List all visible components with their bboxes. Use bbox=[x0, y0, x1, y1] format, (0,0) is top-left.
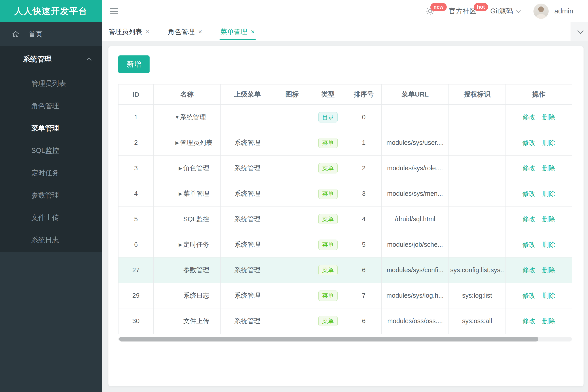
tab-角色管理[interactable]: 角色管理× bbox=[168, 22, 202, 41]
cell-id: 4 bbox=[119, 181, 154, 206]
column-header-8: 授权标识 bbox=[449, 84, 506, 104]
sidebar-item-角色管理[interactable]: 角色管理 bbox=[0, 95, 102, 117]
delete-link[interactable]: 删除 bbox=[542, 190, 555, 197]
cell-name: 参数管理 bbox=[154, 258, 221, 283]
horizontal-scrollbar-thumb[interactable] bbox=[119, 337, 538, 342]
cell-parent-menu: 系统管理 bbox=[221, 156, 274, 181]
delete-link[interactable]: 删除 bbox=[542, 241, 555, 248]
sidebar-item-管理员列表[interactable]: 管理员列表 bbox=[0, 72, 102, 95]
cell-order: 5 bbox=[346, 232, 382, 258]
type-badge: 目录 bbox=[318, 112, 338, 122]
cell-type: 菜单 bbox=[310, 130, 346, 156]
tab-菜单管理[interactable]: 菜单管理× bbox=[220, 22, 255, 41]
sidebar-group-header[interactable]: 系统管理 bbox=[0, 46, 102, 72]
collapse-icon[interactable]: ▼ bbox=[174, 115, 180, 120]
sidebar-item-定时任务[interactable]: 定时任务 bbox=[0, 162, 102, 184]
cell-icon bbox=[274, 258, 310, 283]
cell-parent-menu: 系统管理 bbox=[221, 308, 274, 334]
cell-name: ▶管理员列表 bbox=[154, 130, 221, 156]
cell-order: 0 bbox=[346, 104, 382, 130]
cell-auth bbox=[449, 206, 506, 232]
page: { "colors": { "accent": "#1ab49c", "red"… bbox=[0, 0, 588, 392]
tab-close-icon[interactable]: × bbox=[146, 28, 150, 36]
cell-type: 菜单 bbox=[310, 181, 346, 206]
tab-close-icon[interactable]: × bbox=[251, 28, 255, 36]
cell-actions: 修改删除 bbox=[506, 156, 572, 181]
delete-link[interactable]: 删除 bbox=[542, 292, 555, 299]
community-link[interactable]: 官方社区 hot bbox=[449, 6, 476, 16]
expand-icon[interactable]: ▶ bbox=[174, 140, 180, 146]
edit-link[interactable]: 修改 bbox=[522, 317, 535, 324]
cell-parent-menu: 系统管理 bbox=[221, 206, 274, 232]
tab-管理员列表[interactable]: 管理员列表× bbox=[109, 22, 150, 41]
sidebar-item-系统日志[interactable]: 系统日志 bbox=[0, 229, 102, 251]
brand-logo: 人人快速开发平台 bbox=[0, 0, 102, 22]
sidebar-item-home[interactable]: 首页 bbox=[0, 22, 102, 46]
edit-link[interactable]: 修改 bbox=[522, 164, 535, 172]
hot-badge: hot bbox=[474, 3, 488, 11]
cell-icon bbox=[274, 181, 310, 206]
cell-order: 4 bbox=[346, 206, 382, 232]
git-source-dropdown[interactable]: Git源码 bbox=[490, 6, 519, 16]
table-row: 27参数管理系统管理菜单6modules/sys/confi...sys:con… bbox=[119, 258, 572, 283]
cell-icon bbox=[274, 156, 310, 181]
git-source-label: Git源码 bbox=[490, 6, 513, 16]
expand-icon[interactable]: ▶ bbox=[178, 191, 183, 196]
expand-icon[interactable]: ▶ bbox=[178, 242, 183, 248]
cell-parent-menu: 系统管理 bbox=[221, 130, 274, 156]
tab-close-icon[interactable]: × bbox=[198, 28, 202, 36]
delete-link[interactable]: 删除 bbox=[542, 164, 555, 172]
horizontal-scrollbar-track[interactable] bbox=[118, 337, 572, 342]
menu-table: ID名称上级菜单图标类型排序号菜单URL授权标识操作 1▼系统管理目录0修改删除… bbox=[118, 84, 572, 334]
column-header-7: 菜单URL bbox=[382, 84, 449, 104]
sidebar-item-SQL监控[interactable]: SQL监控 bbox=[0, 140, 102, 162]
cell-auth bbox=[449, 232, 506, 258]
brand-title: 人人快速开发平台 bbox=[14, 5, 88, 17]
user-menu[interactable]: admin bbox=[533, 4, 573, 19]
cell-icon bbox=[274, 130, 310, 156]
sidebar-submenu: 管理员列表角色管理菜单管理SQL监控定时任务参数管理文件上传系统日志 bbox=[0, 72, 102, 251]
expand-icon[interactable]: ▶ bbox=[178, 166, 183, 171]
sidebar-item-文件上传[interactable]: 文件上传 bbox=[0, 206, 102, 229]
table-header-row: ID名称上级菜单图标类型排序号菜单URL授权标识操作 bbox=[119, 84, 572, 104]
username: admin bbox=[554, 7, 573, 15]
cell-actions: 修改删除 bbox=[506, 206, 572, 232]
table-row: 6▶定时任务系统管理菜单5modules/job/sche...修改删除 bbox=[119, 232, 572, 258]
settings-button[interactable]: new bbox=[425, 6, 435, 16]
cell-parent-menu: 系统管理 bbox=[221, 181, 274, 206]
edit-link[interactable]: 修改 bbox=[522, 139, 535, 146]
sidebar-home-label: 首页 bbox=[29, 30, 43, 39]
delete-link[interactable]: 删除 bbox=[542, 139, 555, 146]
chevron-down-icon bbox=[516, 8, 521, 13]
edit-link[interactable]: 修改 bbox=[522, 292, 535, 299]
type-badge: 菜单 bbox=[318, 163, 338, 174]
tab-bar: 管理员列表×角色管理×菜单管理× bbox=[102, 22, 588, 41]
sidebar-toggle-button[interactable] bbox=[110, 7, 119, 16]
edit-link[interactable]: 修改 bbox=[522, 266, 535, 274]
delete-link[interactable]: 删除 bbox=[542, 114, 555, 121]
content-card: 新增 ID名称上级菜单图标类型排序号菜单URL授权标识操作 1▼系统管理目录0修… bbox=[109, 46, 583, 386]
delete-link[interactable]: 删除 bbox=[542, 266, 555, 274]
cell-id: 30 bbox=[119, 308, 154, 334]
delete-link[interactable]: 删除 bbox=[542, 216, 555, 222]
edit-link[interactable]: 修改 bbox=[522, 190, 535, 197]
avatar-person-icon bbox=[533, 4, 549, 19]
cell-name: 文件上传 bbox=[154, 308, 221, 334]
menu-name-text: 菜单管理 bbox=[183, 190, 209, 197]
cell-name: 系统日志 bbox=[154, 283, 221, 308]
edit-link[interactable]: 修改 bbox=[522, 114, 535, 121]
edit-link[interactable]: 修改 bbox=[522, 241, 535, 248]
edit-link[interactable]: 修改 bbox=[522, 216, 535, 222]
tab-overflow-button[interactable] bbox=[570, 22, 588, 41]
sidebar-item-菜单管理[interactable]: 菜单管理 bbox=[0, 117, 102, 140]
type-badge: 菜单 bbox=[318, 290, 338, 301]
delete-link[interactable]: 删除 bbox=[542, 317, 555, 324]
main-content: 新增 ID名称上级菜单图标类型排序号菜单URL授权标识操作 1▼系统管理目录0修… bbox=[102, 41, 588, 392]
cell-id: 29 bbox=[119, 283, 154, 308]
type-badge: 菜单 bbox=[318, 240, 338, 250]
cell-menu-url: /druid/sql.html bbox=[382, 206, 449, 232]
sidebar-item-参数管理[interactable]: 参数管理 bbox=[0, 184, 102, 206]
cell-icon bbox=[274, 283, 310, 308]
add-button[interactable]: 新增 bbox=[118, 56, 150, 73]
cell-order: 6 bbox=[346, 308, 382, 334]
